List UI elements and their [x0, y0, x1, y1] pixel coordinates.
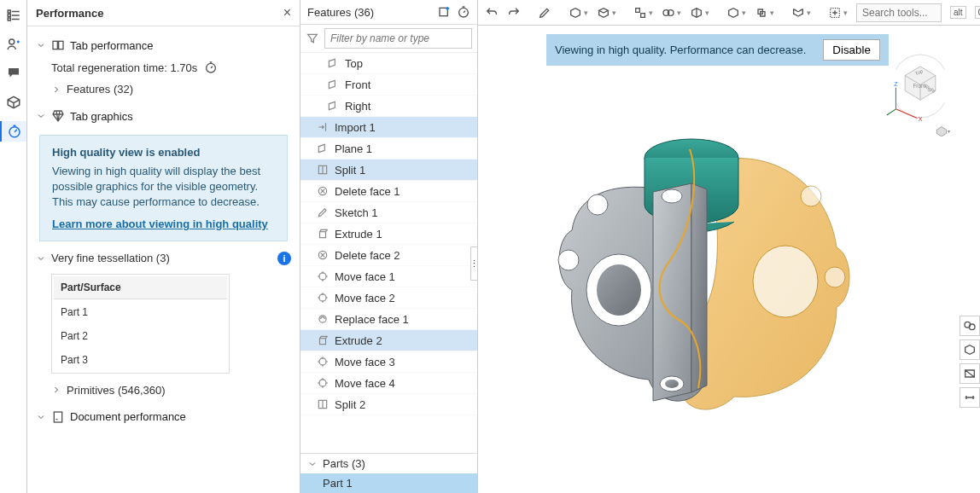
performance-panel: Performance × Tab performance Total rege…	[27, 0, 300, 493]
isometric-icon[interactable]	[960, 339, 980, 360]
right-rail	[960, 316, 980, 408]
plane-icon	[326, 56, 340, 70]
shell-tool[interactable]: ▾	[662, 6, 681, 20]
table-row[interactable]: Part 1	[54, 301, 227, 323]
learn-more-link[interactable]: Learn more about viewing in high quality	[52, 218, 268, 230]
search-input[interactable]	[856, 3, 942, 22]
sketch-icon	[316, 206, 330, 219]
section-icon[interactable]	[960, 363, 980, 384]
parts-col-header: Part/Surface	[54, 276, 227, 299]
home-icon[interactable]: ▾	[936, 127, 950, 136]
rail-performance-icon[interactable]	[0, 121, 26, 142]
delface-icon	[316, 248, 330, 262]
feature-item[interactable]: Extrude 1	[300, 223, 477, 245]
svg-point-42	[597, 264, 641, 316]
fillet-tool[interactable]: ▾	[633, 6, 653, 20]
add-feature-icon[interactable]	[438, 5, 452, 19]
moveface-icon	[316, 291, 330, 304]
feature-item[interactable]: Replace face 1	[300, 309, 477, 330]
filter-row	[300, 25, 477, 53]
performance-header: Performance ×	[27, 0, 300, 26]
svg-point-39	[825, 267, 845, 287]
primitives-link[interactable]: Primitives (546,360)	[36, 379, 291, 402]
revolve-tool[interactable]: ▾	[597, 6, 616, 20]
model-view[interactable]	[521, 111, 879, 469]
rail-comments-icon[interactable]	[3, 63, 24, 84]
svg-point-7	[207, 63, 216, 72]
boolean-tool[interactable]: ▾	[755, 6, 774, 20]
plane-icon	[326, 99, 340, 113]
doc-performance-section[interactable]: Document performance	[36, 405, 291, 429]
feature-item[interactable]: Delete face 2	[300, 245, 477, 266]
features-link[interactable]: Features (32)	[36, 78, 291, 101]
svg-rect-2	[8, 18, 10, 20]
panel-handle[interactable]: ⋮≡	[470, 246, 478, 281]
select-tool[interactable]: ▾	[828, 6, 848, 20]
plane-icon	[326, 78, 340, 91]
rail-box-icon[interactable]	[3, 92, 24, 113]
feature-item[interactable]: Plane 1	[300, 138, 477, 160]
moveface-icon	[316, 376, 330, 390]
feature-item[interactable]: Move face 4	[300, 373, 477, 394]
feature-item[interactable]: Move face 2	[300, 287, 477, 309]
feature-item[interactable]: Front	[300, 74, 477, 96]
tab-graphics-section[interactable]: Tab graphics	[36, 104, 291, 128]
delface-icon	[316, 184, 330, 198]
info-title: High quality view is enabled	[52, 146, 275, 159]
svg-rect-18	[320, 339, 326, 345]
svg-point-38	[753, 246, 818, 317]
feature-item[interactable]: Sketch 1	[300, 202, 477, 223]
svg-line-32	[895, 109, 917, 119]
svg-rect-23	[641, 13, 645, 17]
part-item[interactable]: Part 1	[300, 473, 477, 493]
feature-item[interactable]: Right	[300, 96, 477, 117]
appearance-icon[interactable]	[960, 316, 980, 336]
filter-input[interactable]	[324, 28, 472, 49]
svg-rect-8	[54, 412, 61, 422]
filter-icon[interactable]	[306, 32, 319, 45]
feature-item[interactable]: Extrude 2	[300, 330, 477, 351]
plane-icon	[316, 142, 330, 155]
redo-button[interactable]	[507, 6, 521, 20]
import-icon	[316, 120, 330, 134]
parts-section[interactable]: Parts (3)	[300, 453, 477, 473]
table-row[interactable]: Part 2	[54, 325, 227, 347]
surface-tool[interactable]: ▾	[791, 6, 811, 20]
viewport[interactable]: ▾ ▾ ▾ ▾ ▾ ▾ ▾ ▾ ▾ alt C Viewing in high …	[478, 0, 980, 493]
undo-button[interactable]	[485, 6, 499, 20]
svg-rect-6	[59, 41, 63, 49]
svg-text:Z: Z	[894, 81, 898, 88]
feature-item[interactable]: Move face 1	[300, 266, 477, 287]
measure-icon[interactable]	[960, 387, 980, 408]
info-icon[interactable]: i	[277, 252, 291, 265]
feature-item[interactable]: Top	[300, 53, 477, 74]
rail-config-icon[interactable]	[3, 5, 24, 26]
top-toolbar: ▾ ▾ ▾ ▾ ▾ ▾ ▾ ▾ ▾ alt C	[478, 0, 980, 26]
table-row[interactable]: Part 3	[54, 349, 227, 371]
c-kbd: C	[975, 6, 980, 19]
info-body: Viewing in high quality will display the…	[52, 164, 275, 211]
svg-point-37	[969, 324, 975, 330]
feature-item[interactable]: Split 1	[300, 160, 477, 181]
extrude-tool[interactable]: ▾	[569, 6, 588, 20]
view-cube[interactable]: Front Top Right Z X ▾	[878, 51, 963, 136]
feature-item[interactable]: Delete face 1	[300, 181, 477, 202]
feature-item[interactable]: Move face 3	[300, 351, 477, 373]
feature-item[interactable]: Split 2	[300, 394, 477, 415]
svg-text:X: X	[919, 116, 923, 123]
svg-rect-13	[320, 232, 326, 238]
rollback-icon[interactable]	[457, 5, 470, 19]
feature-item[interactable]: Import 1	[300, 117, 477, 138]
svg-point-43	[558, 250, 579, 270]
sketch-tool[interactable]	[538, 6, 551, 20]
tessellation-section[interactable]: Very fine tessellation (3) i	[36, 248, 291, 269]
svg-rect-5	[53, 41, 57, 49]
rail-add-person-icon[interactable]	[3, 34, 24, 55]
svg-rect-0	[8, 10, 10, 13]
draft-tool[interactable]: ▾	[690, 6, 709, 20]
disable-button[interactable]: Disable	[823, 39, 879, 61]
close-icon[interactable]: ×	[283, 5, 291, 20]
quality-message: Viewing in high quality. Performance can…	[546, 34, 889, 66]
tab-performance-section[interactable]: Tab performance	[36, 33, 291, 57]
transform-tool[interactable]: ▾	[726, 6, 746, 20]
